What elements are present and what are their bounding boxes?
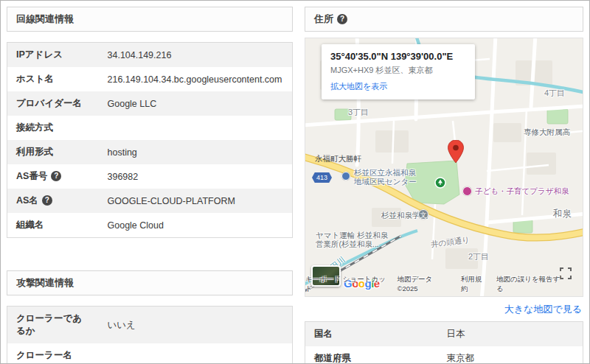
map-label-yamato: ヤマト運輸 杉並和泉 営業所(杉並和泉... [316, 231, 388, 248]
row-label: 利用形式 [7, 140, 99, 164]
map-footer: キーボード ショートカット 地図データ ©2025 利用規約 地図の誤りを報告す… [305, 275, 563, 294]
row-value: 34.104.149.216 [99, 43, 293, 68]
row-label: ホスト名 [7, 67, 99, 91]
row-as-number: AS番号? 396982 [7, 164, 293, 189]
attack-panel-title: 攻撃関連情報 [16, 277, 74, 288]
row-value: GOOGLE-CLOUD-PLATFORM [99, 189, 293, 213]
help-icon[interactable]: ? [42, 195, 52, 206]
route-413-shield: 413 [312, 172, 332, 183]
large-map-link-row: 大きな地図で見る [305, 297, 583, 321]
map-label-taishoken: 永福町大勝軒 [315, 154, 361, 163]
row-value: いいえ [99, 307, 293, 344]
row-value: Google Cloud [99, 213, 293, 238]
keyboard-shortcuts-link[interactable]: キーボード ショートカット [305, 275, 388, 294]
network-column: 回線関連情報 IPアドレス 34.104.149.216 ホスト名 216.14… [7, 7, 293, 364]
row-label: 都道府県 [305, 346, 438, 364]
row-label: 国名 [305, 322, 438, 347]
map-label-4chome: 4丁目 [544, 88, 565, 97]
park-poi-icon[interactable] [434, 177, 446, 192]
map-label-community-center: 杉並区立永福和泉 地域区民センター [354, 168, 417, 186]
row-ip-address: IPアドレス 34.104.149.216 [7, 43, 293, 68]
row-label: AS名? [7, 189, 99, 213]
row-connection-type: 接続方式 [7, 116, 293, 140]
location-pin-icon[interactable] [448, 140, 464, 167]
row-value: hosting [99, 140, 293, 164]
address-column: 住所? [305, 7, 583, 364]
google-map-embed[interactable]: 35°40'35.0"N 139°39'00.0"E MJGX+HX9 杉並区、… [305, 38, 583, 297]
map-coordinates: 35°40'35.0"N 139°39'00.0"E [330, 51, 466, 62]
row-is-crawler: クローラーであるか いいえ [7, 307, 293, 344]
map-label-3chome: 3丁目 [348, 108, 369, 116]
row-label: 組織名 [7, 213, 99, 238]
row-label: 接続方式 [7, 116, 99, 140]
expand-map-link[interactable]: 拡大地図を表示 [330, 81, 466, 92]
row-value: 396982 [99, 164, 293, 189]
row-label: プロバイダー名 [7, 91, 99, 116]
row-provider: プロバイダー名 Google LLC [7, 91, 293, 116]
view-larger-map-link[interactable]: 大きな地図で見る [504, 304, 582, 315]
row-as-name: AS名? GOOGLE-CLOUD-PLATFORM [7, 189, 293, 213]
map-label-2chome: 2丁目 [468, 252, 489, 261]
row-label: クローラーであるか [7, 307, 99, 344]
row-label: IPアドレス [7, 43, 99, 68]
row-value: 東京都 [438, 346, 583, 364]
address-panel-header: 住所? [305, 7, 583, 32]
help-icon[interactable]: ? [51, 171, 61, 181]
network-panel-title: 回線関連情報 [16, 13, 74, 24]
ip-info-page: 回線関連情報 IPアドレス 34.104.149.216 ホスト名 216.14… [0, 0, 590, 364]
row-hostname: ホスト名 216.149.104.34.bc.googleusercontent… [7, 67, 293, 91]
attack-info-table: クローラーであるか いいえ クローラー名 [7, 306, 293, 364]
help-icon[interactable]: ? [337, 14, 347, 24]
address-panel-title: 住所 [314, 13, 333, 24]
school-icon: 文 [418, 209, 428, 220]
row-value: Google LLC [99, 91, 293, 116]
map-label-kodomo-plaza: 子ども・子育てプラザ和泉 [475, 186, 569, 195]
map-label-senshu-school: 専修大附属高 [524, 127, 570, 136]
map-label-izumi: 和泉 [553, 209, 572, 218]
row-usage-type: 利用形式 hosting [7, 140, 293, 164]
terms-link[interactable]: 利用規約 [461, 275, 487, 294]
row-label: AS番号? [7, 164, 99, 189]
row-organization: 組織名 Google Cloud [7, 213, 293, 238]
location-table: 国名 日本 都道府県 東京都 [305, 321, 583, 364]
row-prefecture: 都道府県 東京都 [305, 346, 583, 364]
attack-panel-header: 攻撃関連情報 [7, 270, 293, 295]
row-value [99, 116, 293, 140]
row-country: 国名 日本 [305, 322, 583, 347]
report-error-link[interactable]: 地図の誤りを報告する [496, 275, 563, 294]
row-label: クローラー名 [7, 343, 99, 364]
row-crawler-name: クローラー名 [7, 343, 293, 364]
network-info-table: IPアドレス 34.104.149.216 ホスト名 216.149.104.3… [7, 42, 293, 238]
map-data-attribution: 地図データ ©2025 [397, 275, 452, 294]
row-value: 216.149.104.34.bc.googleusercontent.com [99, 67, 293, 91]
network-panel-header: 回線関連情報 [7, 7, 293, 32]
row-value: 日本 [438, 322, 583, 347]
map-info-card: 35°40'35.0"N 139°39'00.0"E MJGX+HX9 杉並区、… [322, 44, 475, 99]
civic-center-icon [341, 172, 350, 181]
childcare-icon [462, 186, 472, 196]
map-plus-code: MJGX+HX9 杉並区、東京都 [330, 65, 466, 76]
row-value [99, 343, 293, 364]
